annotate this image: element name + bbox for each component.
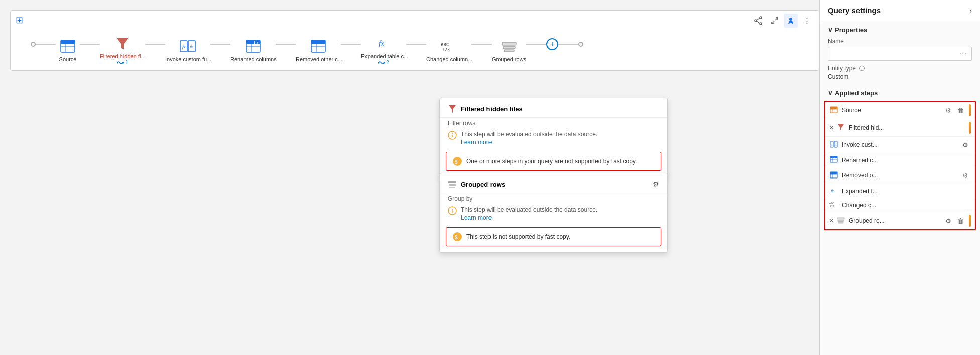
- step-source-label: Source: [59, 56, 77, 62]
- svg-text:fx: fx: [379, 39, 384, 47]
- step-row-invoke[interactable]: fxfx Invoke cust... ⚙: [825, 137, 975, 153]
- svg-marker-12: [117, 38, 128, 49]
- tooltip-filtered-header: Filtered hidden files: [440, 98, 667, 118]
- tooltip-grouped-error-text: This step is not supported by fast copy.: [466, 233, 570, 240]
- expanded-icon: fx: [372, 33, 396, 53]
- main-content: ⊞ ⋮ Source: [0, 0, 819, 355]
- expand-icon[interactable]: [768, 14, 782, 28]
- query-settings-chevron[interactable]: ›: [969, 7, 972, 15]
- changed-icon: ABC123: [437, 36, 461, 56]
- tooltip-filtered-learn-more[interactable]: Learn more: [461, 139, 597, 146]
- step-row-filtered[interactable]: ✕ Filtered hid...: [825, 119, 975, 137]
- step-invoke-label: Invoke custom fu...: [165, 56, 210, 62]
- step-row-renamed[interactable]: fx Renamed c...: [825, 153, 975, 167]
- svg-marker-36: [449, 105, 456, 113]
- step-invoke-custom[interactable]: fxfx Invoke custom fu...: [165, 36, 210, 62]
- step-grouped-rows[interactable]: Grouped rows: [492, 36, 526, 62]
- svg-marker-54: [838, 124, 844, 130]
- svg-point-38: [452, 133, 453, 134]
- step-grouped-gear-btn[interactable]: ⚙: [943, 215, 954, 226]
- step-grouped-delete-btn[interactable]: 🗑: [955, 215, 966, 226]
- svg-text:$: $: [455, 159, 458, 165]
- step-expanded-label: Expanded table c...: [361, 53, 406, 59]
- step-row-source[interactable]: Source ⚙ 🗑: [825, 102, 975, 119]
- pin-icon[interactable]: [784, 14, 798, 28]
- applied-steps-header[interactable]: ∨ Applied steps: [820, 85, 980, 101]
- more-icon[interactable]: ⋮: [800, 14, 814, 28]
- svg-rect-72: [838, 220, 844, 222]
- step-filtered-delete[interactable]: ✕: [829, 124, 834, 131]
- name-input-more[interactable]: ···: [959, 49, 967, 58]
- tooltip-filtered-warning: This step will be evaluated outside the …: [440, 127, 667, 150]
- step-filtered-hidden[interactable]: Filtered hidden fi... 1: [100, 33, 145, 65]
- warning-icon-2: [448, 206, 457, 215]
- step-removed-other[interactable]: Removed other c...: [296, 36, 341, 62]
- svg-point-2: [760, 23, 762, 25]
- tooltip-grouped-gear[interactable]: ⚙: [653, 180, 659, 188]
- tooltip-grouped-warning: This step will be evaluated outside the …: [440, 202, 667, 225]
- connector: [210, 44, 230, 45]
- svg-point-0: [760, 17, 762, 19]
- right-panel: Query settings › ∨ Properties Name ··· E…: [819, 0, 980, 355]
- svg-text:fx: fx: [190, 44, 193, 49]
- connector: [341, 44, 361, 45]
- step-source-delete-btn[interactable]: 🗑: [955, 105, 966, 116]
- svg-rect-47: [452, 210, 453, 213]
- tooltip-filtered-warning-text: This step will be evaluated outside the …: [461, 131, 597, 138]
- step-row-expanded[interactable]: fx Expanded t...: [825, 184, 975, 198]
- tooltip-grouped-learn-more[interactable]: Learn more: [461, 214, 597, 221]
- step-removed-label: Removed other c...: [296, 56, 341, 62]
- step-expanded-table[interactable]: fx Expanded table c... 2: [361, 33, 406, 65]
- svg-rect-34: [503, 46, 515, 49]
- step-grouped-row-name: Grouped ro...: [849, 217, 943, 224]
- svg-text:fx: fx: [253, 40, 259, 45]
- step-row-grouped[interactable]: ✕ Grouped ro... ⚙ 🗑: [825, 212, 975, 229]
- warning-icon: [448, 131, 457, 140]
- step-row-changed[interactable]: ABC123 Changed c...: [825, 198, 975, 212]
- step-source[interactable]: Source: [56, 36, 80, 62]
- filter-icon: [110, 33, 135, 53]
- step-filtered-label: Filtered hidden fi...: [100, 53, 145, 59]
- step-removed-gear-btn[interactable]: ⚙: [960, 170, 971, 181]
- applied-steps-section: ∨ Applied steps Source ⚙ 🗑 ✕: [820, 85, 980, 355]
- connector: [80, 44, 100, 45]
- connector: [36, 44, 56, 45]
- fast-copy-warning-icon-2: $: [452, 232, 462, 242]
- svg-point-46: [452, 209, 453, 210]
- step-source-gear-btn[interactable]: ⚙: [943, 105, 954, 116]
- tooltip-filtered: Filtered hidden files Filter rows This s…: [439, 98, 668, 177]
- step-invoke-row-actions: ⚙: [960, 139, 971, 150]
- svg-rect-71: [837, 218, 844, 219]
- step-invoke-row-name: Invoke cust...: [842, 141, 960, 148]
- connector: [145, 44, 165, 45]
- name-input[interactable]: ···: [828, 47, 972, 61]
- properties-section: ∨ Properties Name ··· Entity type ⓘ Cust…: [820, 21, 980, 85]
- svg-rect-51: [830, 107, 837, 109]
- step-grouped-label: Grouped rows: [492, 56, 526, 62]
- share-icon[interactable]: [752, 14, 766, 28]
- step-grouped-delete[interactable]: ✕: [829, 217, 834, 224]
- step-renamed[interactable]: fx Renamed columns: [230, 36, 276, 62]
- step-expanded-badge: 2: [378, 60, 389, 65]
- add-step-button[interactable]: +: [546, 38, 558, 50]
- step-changed-column[interactable]: ABC123 Changed column...: [426, 36, 471, 62]
- properties-chevron: ∨: [828, 26, 833, 34]
- svg-rect-73: [838, 222, 843, 223]
- properties-header[interactable]: ∨ Properties: [828, 26, 972, 34]
- svg-rect-25: [311, 40, 325, 44]
- svg-rect-35: [504, 50, 514, 52]
- step-source-row-icon: [829, 106, 839, 115]
- svg-line-3: [757, 18, 760, 20]
- step-invoke-gear-btn[interactable]: ⚙: [960, 139, 971, 150]
- query-settings-title: Query settings: [828, 6, 881, 15]
- step-filtered-badge: 1: [117, 60, 128, 65]
- step-changed-row-name: Changed c...: [842, 202, 971, 209]
- svg-text:fx: fx: [182, 44, 186, 49]
- step-removed-row-name: Removed o...: [842, 172, 960, 179]
- entity-type-label: Entity type ⓘ: [828, 65, 972, 72]
- step-row-removed[interactable]: Removed o... ⚙: [825, 167, 975, 184]
- fast-copy-warning-icon: $: [452, 156, 462, 166]
- properties-label: Properties: [835, 26, 867, 34]
- removed-icon: [306, 36, 330, 56]
- tooltip-filtered-error-box: $ One or more steps in your query are no…: [446, 152, 661, 171]
